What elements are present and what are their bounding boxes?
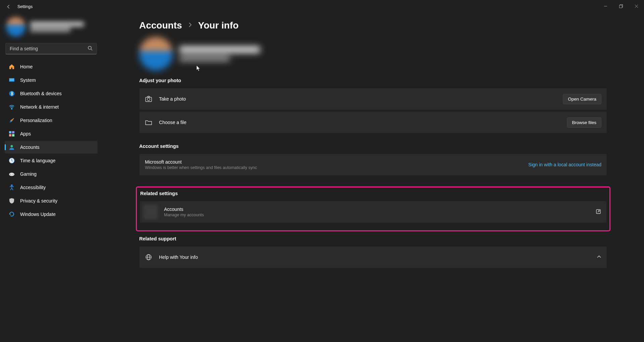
sidebar-item-label: Network & internet <box>20 104 59 110</box>
sidebar-item-label: Home <box>20 64 33 69</box>
sidebar-item-label: Bluetooth & devices <box>20 91 62 96</box>
sidebar-item-label: Apps <box>20 131 31 136</box>
bluetooth-icon <box>9 91 15 97</box>
chevron-up-icon <box>597 254 601 260</box>
choose-file-card: Choose a file Browse files <box>139 111 607 133</box>
profile-email <box>179 56 230 61</box>
svg-rect-2 <box>619 5 622 8</box>
section-title-support: Related support <box>139 236 607 241</box>
svg-point-18 <box>9 173 14 176</box>
sidebar-item-label: Windows Update <box>20 212 56 217</box>
breadcrumb-parent[interactable]: Accounts <box>139 20 182 31</box>
card-title: Accounts <box>164 207 592 212</box>
svg-point-21 <box>11 185 12 186</box>
svg-point-15 <box>11 145 13 148</box>
sidebar-item-update[interactable]: Windows Update <box>5 208 98 221</box>
open-external-icon <box>596 209 601 215</box>
page-title: Your info <box>198 20 239 31</box>
sidebar-item-accessibility[interactable]: Accessibility <box>5 181 98 194</box>
sidebar-item-gaming[interactable]: Gaming <box>5 168 98 180</box>
card-label: Choose a file <box>159 120 567 125</box>
sidebar-item-home[interactable]: Home <box>5 60 98 73</box>
svg-rect-14 <box>12 134 14 136</box>
accessibility-icon <box>9 184 15 190</box>
search-box[interactable] <box>5 43 97 54</box>
profile-name <box>179 46 260 53</box>
folder-icon <box>145 119 152 126</box>
sidebar-item-accounts[interactable]: Accounts <box>5 141 98 154</box>
update-icon <box>9 211 15 217</box>
sidebar-item-label: Time & language <box>20 158 55 163</box>
globe-icon <box>145 253 152 261</box>
svg-line-6 <box>91 49 92 50</box>
section-title-related: Related settings <box>140 191 607 196</box>
sidebar-item-privacy[interactable]: Privacy & security <box>5 194 98 207</box>
sidebar-item-label: System <box>20 77 36 83</box>
sidebar-item-time[interactable]: Time & language <box>5 154 98 167</box>
sidebar-item-label: Gaming <box>20 171 37 177</box>
clock-icon <box>9 158 15 164</box>
open-camera-button[interactable]: Open Camera <box>563 94 601 104</box>
maximize-button[interactable] <box>613 0 629 12</box>
sidebar-item-bluetooth[interactable]: Bluetooth & devices <box>5 87 98 100</box>
sidebar-item-label: Personalization <box>20 118 52 123</box>
card-label: Help with Your info <box>159 254 593 260</box>
sidebar-item-label: Privacy & security <box>20 198 57 204</box>
user-block[interactable] <box>5 17 98 37</box>
chevron-right-icon <box>188 22 192 29</box>
titlebar: Settings <box>0 0 644 13</box>
cursor-icon <box>196 65 201 72</box>
browse-files-button[interactable]: Browse files <box>567 117 601 128</box>
profile-header <box>139 37 607 70</box>
card-subtitle: Manage my accounts <box>164 213 592 217</box>
section-title-account: Account settings <box>139 144 607 149</box>
sidebar-item-apps[interactable]: Apps <box>5 127 98 140</box>
card-subtitle: Windows is better when settings and file… <box>145 165 528 170</box>
sidebar-item-label: Accounts <box>20 145 40 150</box>
breadcrumb: Accounts Your info <box>139 20 607 31</box>
card-title: Microsoft account <box>145 159 528 165</box>
svg-rect-8 <box>9 78 14 81</box>
sidebar: Home System Bluetooth & devices Network … <box>0 13 102 342</box>
svg-rect-13 <box>9 134 11 136</box>
sidebar-item-personalization[interactable]: Personalization <box>5 114 98 127</box>
svg-rect-11 <box>9 131 11 133</box>
close-button[interactable] <box>629 0 644 12</box>
svg-point-23 <box>147 98 150 101</box>
microsoft-account-card: Microsoft account Windows is better when… <box>139 154 607 176</box>
user-email <box>30 28 70 32</box>
help-card[interactable]: Help with Your info <box>139 246 607 268</box>
search-icon <box>88 46 93 52</box>
back-button[interactable] <box>6 4 11 9</box>
account-thumbnail-icon <box>143 205 158 219</box>
avatar <box>139 37 173 70</box>
local-account-link[interactable]: Sign in with a local account instead <box>528 162 601 167</box>
svg-rect-12 <box>12 131 14 133</box>
svg-point-10 <box>11 109 12 109</box>
user-name <box>30 22 84 26</box>
window-controls <box>598 0 644 12</box>
system-icon <box>9 77 15 83</box>
search-input[interactable] <box>10 46 88 51</box>
card-label: Take a photo <box>159 96 563 102</box>
shield-icon <box>9 198 15 204</box>
person-icon <box>9 144 15 150</box>
sidebar-item-system[interactable]: System <box>5 74 98 87</box>
sidebar-item-network[interactable]: Network & internet <box>5 101 98 113</box>
take-photo-card: Take a photo Open Camera <box>139 88 607 110</box>
nav-list: Home System Bluetooth & devices Network … <box>5 60 98 221</box>
brush-icon <box>9 117 15 123</box>
main-content: Accounts Your info Adjust your photo Tak… <box>102 13 644 342</box>
minimize-button[interactable] <box>598 0 613 12</box>
camera-icon <box>145 95 152 103</box>
section-title-photo: Adjust your photo <box>139 78 607 83</box>
avatar <box>6 17 25 37</box>
svg-point-5 <box>88 46 91 49</box>
related-accounts-card[interactable]: Accounts Manage my accounts <box>140 201 607 223</box>
highlight-annotation: Related settings Accounts Manage my acco… <box>136 186 610 231</box>
apps-icon <box>9 131 15 137</box>
app-title: Settings <box>17 4 33 9</box>
sidebar-item-label: Accessibility <box>20 185 46 190</box>
gamepad-icon <box>9 171 15 177</box>
svg-point-20 <box>13 174 13 175</box>
